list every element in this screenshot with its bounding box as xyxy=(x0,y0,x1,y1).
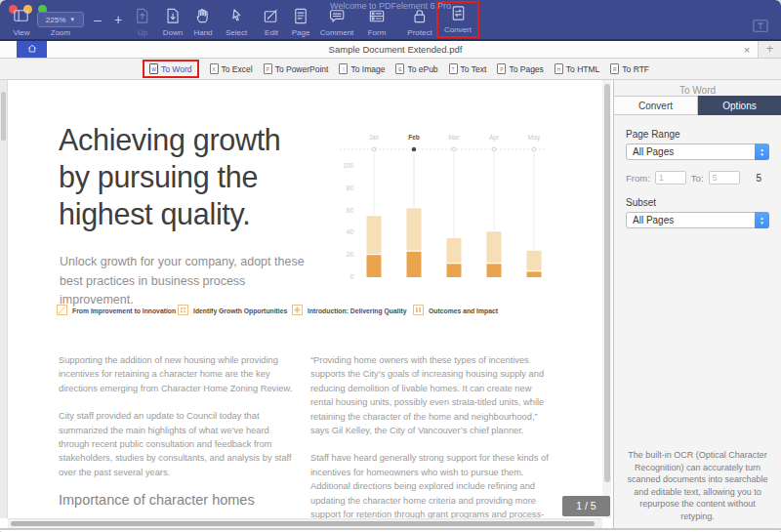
svg-text:Mar: Mar xyxy=(448,134,460,141)
to-excel-button[interactable]: X To Excel xyxy=(210,63,253,74)
document-column-right: “Providing home owners with these types … xyxy=(310,353,556,528)
to-html-button[interactable]: H To HTML xyxy=(555,63,599,74)
dots-grid-icon xyxy=(178,305,188,316)
tab-bar: Sample Document Extended.pdf × + xyxy=(0,41,781,59)
convert-icon xyxy=(448,4,467,24)
to-text-button[interactable]: T To Text xyxy=(449,63,487,74)
bars-icon xyxy=(413,305,424,316)
close-tab-icon[interactable]: × xyxy=(740,43,754,57)
convert-format-bar: W To Word X To Excel P To PowerPoint I T… xyxy=(0,59,781,80)
convert-button[interactable]: Convert xyxy=(436,1,479,38)
tab-options[interactable]: Options xyxy=(698,96,781,115)
page-up-button: Up xyxy=(134,7,152,37)
comment-button[interactable]: Comment xyxy=(320,7,354,37)
left-scrollbar[interactable] xyxy=(0,80,8,518)
pages-doc-icon: P xyxy=(497,63,506,74)
form-icon xyxy=(368,7,387,27)
window-bottom-edge xyxy=(0,528,781,530)
view-button[interactable]: View xyxy=(13,7,31,37)
feature-item: Identify Growth Opportunities xyxy=(178,305,287,316)
from-label: From: xyxy=(626,173,650,184)
zoom-dropdown[interactable]: 225% ▼ xyxy=(37,12,84,27)
convert-panel: To Word Convert Options Page Range All P… xyxy=(613,80,781,528)
paragraph: City staff provided an update to Council… xyxy=(59,409,301,479)
ocr-note: The built-in OCR (Optical Character Reco… xyxy=(624,449,771,522)
page-range-label: Page Range xyxy=(626,129,769,140)
svg-text:May: May xyxy=(528,134,541,142)
feature-item: Outcomes and Impact xyxy=(413,305,498,316)
protect-button[interactable]: Protect xyxy=(407,7,432,37)
page-icon xyxy=(292,7,310,27)
home-icon xyxy=(26,41,38,59)
svg-text:0: 0 xyxy=(349,273,353,280)
subset-select[interactable]: All Pages ▲▼ xyxy=(626,212,769,228)
chart-canvas: 100806040200JanFebMarAprMay xyxy=(332,129,582,295)
document-column-left: Supporting the addition of new housing w… xyxy=(59,353,301,508)
home-button[interactable] xyxy=(17,41,47,58)
panel-toggle-button xyxy=(752,17,770,37)
main-area: Achieving growth by pursuing the highest… xyxy=(0,80,781,528)
document-tab[interactable]: Sample Document Extended.pdf xyxy=(98,41,693,58)
to-word-button[interactable]: W To Word xyxy=(143,60,199,78)
horizontal-scrollbar-thumb[interactable] xyxy=(11,521,595,526)
zoom-out-button[interactable]: – xyxy=(94,13,102,26)
page-down-icon xyxy=(163,7,182,27)
panel-title: To Word xyxy=(614,80,781,96)
comment-bubble-icon xyxy=(328,7,347,27)
vertical-scrollbar[interactable] xyxy=(602,80,611,518)
section-heading: Importance of character homes xyxy=(59,493,301,507)
chevron-down-icon: ▼ xyxy=(69,17,75,22)
page-indicator: 1 / 5 xyxy=(562,496,610,516)
diagonal-icon xyxy=(57,305,67,316)
image-doc-icon: I xyxy=(339,63,348,74)
html-doc-icon: H xyxy=(555,63,563,74)
hand-tool-button[interactable]: Hand xyxy=(193,7,212,37)
page-up-icon xyxy=(134,7,152,27)
page-down-button[interactable]: Down xyxy=(163,7,183,37)
word-doc-icon: W xyxy=(149,63,158,74)
toolbar: Welcome to PDFelement 6 Pro View 225% ▼ … xyxy=(0,0,781,41)
document-headline: Achieving growth by pursuing the highest… xyxy=(59,121,280,232)
tab-convert[interactable]: Convert xyxy=(614,96,698,115)
window-title: Welcome to PDFelement 6 Pro xyxy=(0,1,781,11)
plus-icon xyxy=(292,305,303,316)
page-button[interactable]: Page xyxy=(292,7,310,37)
svg-text:60: 60 xyxy=(347,207,354,214)
hand-icon xyxy=(194,7,213,27)
to-label: To: xyxy=(691,173,704,184)
to-epub-button[interactable]: E To ePub xyxy=(395,63,437,74)
stepper-icon: ▲▼ xyxy=(755,212,769,228)
svg-text:80: 80 xyxy=(347,184,354,191)
svg-text:20: 20 xyxy=(347,251,354,258)
epub-doc-icon: E xyxy=(395,63,404,74)
zoom-label: Zoom xyxy=(37,28,84,37)
horizontal-scrollbar[interactable] xyxy=(8,518,602,528)
powerpoint-doc-icon: P xyxy=(264,63,272,74)
feature-item: Introduction: Delivering Quality xyxy=(292,305,407,316)
select-tool-button[interactable]: Select xyxy=(226,7,247,37)
zoom-in-button[interactable]: + xyxy=(114,13,122,26)
vertical-scrollbar-thumb[interactable] xyxy=(604,84,610,482)
stepper-icon: ▲▼ xyxy=(755,143,769,160)
left-scrollbar-thumb[interactable] xyxy=(1,92,6,141)
stacked-bar-chart: 100806040200JanFebMarAprMay xyxy=(332,129,582,295)
from-page-input[interactable] xyxy=(655,171,686,184)
app-window: Welcome to PDFelement 6 Pro View 225% ▼ … xyxy=(0,0,781,532)
to-image-button[interactable]: I To Image xyxy=(339,63,385,74)
new-tab-button[interactable]: + xyxy=(758,41,781,58)
panel-tabs: Convert Options xyxy=(614,96,781,115)
page-range-select[interactable]: All Pages ▲▼ xyxy=(626,143,769,160)
to-pages-button[interactable]: P To Pages xyxy=(497,63,543,74)
to-rtf-button[interactable]: R To RTF xyxy=(610,63,649,74)
page-range-inputs: From: To: 5 xyxy=(626,171,769,184)
svg-text:Jan: Jan xyxy=(369,134,380,141)
edit-button[interactable]: Edit xyxy=(263,7,281,37)
view-icon xyxy=(13,7,31,27)
lock-icon xyxy=(411,7,430,27)
paragraph: Staff have heard generally strong suppor… xyxy=(310,451,556,521)
svg-text:100: 100 xyxy=(343,162,353,169)
form-button[interactable]: Form xyxy=(368,7,387,37)
cursor-icon xyxy=(226,7,245,27)
to-powerpoint-button[interactable]: P To PowerPoint xyxy=(264,63,329,74)
to-page-input[interactable] xyxy=(709,171,740,184)
